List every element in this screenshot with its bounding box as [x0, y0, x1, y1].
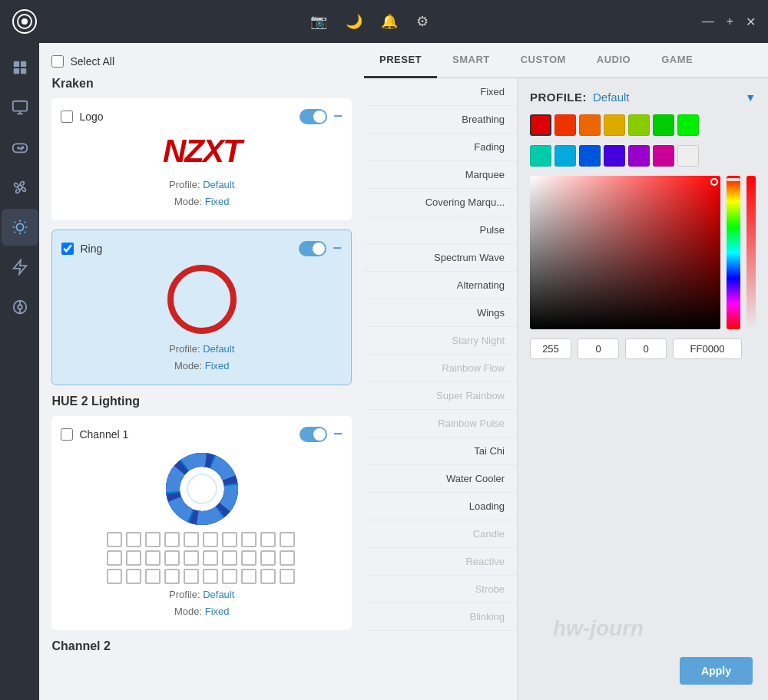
settings-icon[interactable]: ⚙ — [416, 13, 429, 30]
tab-custom[interactable]: CUSTOM — [505, 43, 581, 77]
led-29 — [260, 569, 276, 584]
close-button[interactable]: ✕ — [746, 15, 756, 29]
ring-minus-btn[interactable]: − — [333, 239, 342, 257]
led-6 — [203, 532, 218, 547]
sidebar-item-lighting[interactable] — [2, 209, 38, 246]
titlebar: 📷 🌙 🔔 ⚙ — + ✕ — [0, 0, 768, 43]
blue-input[interactable] — [625, 338, 667, 359]
camera-icon[interactable]: 📷 — [310, 13, 327, 30]
channel1-mode-value: Fixed — [205, 606, 230, 617]
ring-preview — [61, 265, 342, 334]
nzxt-logo: NZXT — [163, 133, 241, 170]
sidebar-item-gamepad[interactable] — [2, 129, 38, 166]
led-16 — [203, 550, 218, 566]
bell-icon[interactable]: 🔔 — [381, 13, 398, 30]
alpha-slider[interactable] — [746, 176, 756, 329]
effect-reactive: Reactive — [364, 548, 517, 576]
channel1-mode-label: Mode: — [174, 606, 205, 617]
green-input[interactable] — [578, 338, 619, 359]
value-gradient — [530, 176, 720, 329]
swatch-bright-green[interactable] — [677, 114, 699, 136]
color-gradient[interactable] — [530, 176, 720, 329]
effect-spectrum-wave[interactable]: Spectrum Wave — [364, 244, 517, 272]
sidebar-item-fan[interactable] — [2, 169, 38, 206]
color-picker-container — [530, 176, 756, 329]
effect-tai-chi[interactable]: Tai Chi — [364, 438, 517, 465]
logo-mode-info: Mode: Fixed — [61, 194, 343, 208]
swatch-indigo[interactable] — [604, 145, 625, 167]
effect-covering-marquee[interactable]: Covering Marqu... — [364, 189, 517, 216]
effect-marquee[interactable]: Marquee — [364, 161, 517, 189]
effect-fixed[interactable]: Fixed — [364, 78, 517, 106]
swatch-blue[interactable] — [579, 145, 601, 167]
led-17 — [222, 550, 237, 566]
led-5 — [184, 532, 199, 547]
channel1-mode-info: Mode: Fixed — [61, 604, 343, 618]
minimize-button[interactable]: — — [702, 15, 714, 28]
red-input[interactable] — [530, 338, 571, 359]
tab-smart[interactable]: SMART — [437, 43, 505, 77]
hex-input[interactable] — [673, 338, 742, 359]
swatch-purple[interactable] — [628, 145, 650, 167]
swatch-white[interactable] — [677, 145, 699, 167]
logo-profile-label: Profile: — [169, 179, 203, 190]
logo-device-header: Logo − — [61, 107, 343, 125]
select-all-checkbox[interactable] — [51, 55, 64, 68]
effect-wings[interactable]: Wings — [364, 299, 517, 327]
sidebar-item-storage[interactable] — [2, 289, 38, 325]
effect-loading[interactable]: Loading — [364, 493, 517, 520]
led-19 — [260, 550, 276, 566]
hue-donut-wrap — [61, 451, 343, 527]
channel1-checkbox[interactable] — [61, 428, 73, 441]
tab-preset[interactable]: PRESET — [364, 43, 437, 78]
sidebar-item-dashboard[interactable] — [2, 49, 38, 86]
titlebar-controls: — + ✕ — [702, 15, 756, 29]
led-9 — [260, 532, 276, 547]
left-panel: Select All Kraken Logo − NZXT Profile: D… — [39, 43, 364, 700]
svg-point-14 — [18, 185, 22, 190]
svg-line-18 — [15, 222, 15, 223]
channel1-toggle[interactable] — [300, 427, 327, 442]
dropdown-arrow-icon[interactable]: ▼ — [745, 91, 756, 104]
ring-checkbox[interactable] — [61, 243, 74, 255]
swatch-red[interactable] — [530, 114, 551, 136]
led-18 — [241, 550, 257, 566]
right-panel: PRESET SMART CUSTOM AUDIO GAME Fixed Bre… — [364, 43, 768, 700]
color-panel: PROFILE: Default ▼ — [518, 78, 768, 700]
logo-toggle[interactable] — [300, 109, 327, 124]
effects-column: Fixed Breathing Fading Marquee Covering … — [364, 78, 518, 700]
tab-game[interactable]: GAME — [646, 43, 708, 77]
hue-slider[interactable] — [727, 176, 740, 329]
swatch-orange[interactable] — [579, 114, 601, 136]
effect-rainbow-pulse: Rainbow Pulse — [364, 410, 517, 438]
moon-icon[interactable]: 🌙 — [346, 13, 362, 30]
swatch-yellow[interactable] — [604, 114, 625, 136]
channel1-minus-btn[interactable]: − — [333, 425, 343, 443]
led-11 — [107, 550, 122, 566]
led-20 — [280, 550, 295, 566]
effect-alternating[interactable]: Alternating — [364, 272, 517, 299]
swatch-red-orange[interactable] — [554, 114, 576, 136]
maximize-button[interactable]: + — [727, 15, 733, 28]
right-content: Fixed Breathing Fading Marquee Covering … — [364, 78, 768, 700]
effect-fading[interactable]: Fading — [364, 134, 517, 161]
logo-checkbox[interactable] — [61, 111, 73, 123]
effect-pulse[interactable]: Pulse — [364, 216, 517, 244]
swatch-pink[interactable] — [653, 145, 674, 167]
effect-breathing[interactable]: Breathing — [364, 106, 517, 134]
swatch-teal[interactable] — [530, 145, 551, 167]
logo-preview: NZXT — [61, 133, 343, 170]
hue-indicator — [727, 178, 740, 181]
swatch-green[interactable] — [653, 114, 674, 136]
tab-audio[interactable]: AUDIO — [581, 43, 646, 77]
sidebar-item-monitor[interactable] — [2, 89, 38, 126]
swatch-yellow-green[interactable] — [628, 114, 650, 136]
effect-water-cooler[interactable]: Water Cooler — [364, 465, 517, 493]
led-14 — [164, 550, 180, 566]
apply-button[interactable]: Apply — [680, 657, 753, 685]
rgb-inputs — [530, 338, 756, 359]
sidebar-item-power[interactable] — [2, 249, 38, 286]
swatch-cyan[interactable] — [554, 145, 576, 167]
ring-toggle[interactable] — [299, 241, 326, 256]
logo-minus-btn[interactable]: − — [333, 107, 343, 125]
